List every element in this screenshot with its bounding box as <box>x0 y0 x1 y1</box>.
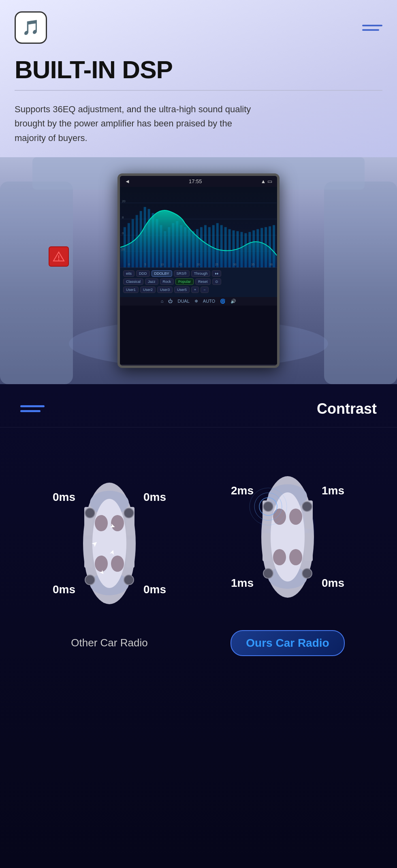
contrast-icon <box>20 405 45 412</box>
eq-btn-diamond[interactable]: ♦♦ <box>212 270 221 277</box>
our-car-timing-bl: 1ms <box>231 577 254 590</box>
svg-text:30: 30 <box>233 263 237 266</box>
top-section: 🎵 BUILT-IN DSP Supports 36EQ adjustment,… <box>0 0 397 384</box>
other-car-view-container: 0ms 0ms 0ms 0ms <box>53 458 166 629</box>
logo-box[interactable]: 🎵 <box>15 11 47 44</box>
hazard-triangle-icon <box>53 251 65 262</box>
eq-btn-plus[interactable]: + <box>191 286 199 293</box>
screen-content: 20 8 0 -20 0 5 10 15 20 25 30 3 <box>120 187 277 364</box>
eq-btn-user2[interactable]: User2 <box>140 286 156 293</box>
nav-volume-icon[interactable]: 🔊 <box>231 299 236 304</box>
our-car-item: 2ms 1ms 1ms 0ms <box>211 452 365 656</box>
eq-row-1: eits DDD DDOLBY SRS® Through ♦♦ <box>123 270 274 277</box>
svg-rect-1 <box>324 182 397 384</box>
nav-home-icon[interactable]: ⌂ <box>161 299 164 304</box>
audio-logo-icon: 🎵 <box>22 19 40 36</box>
page-title-area: BUILT-IN DSP <box>0 52 397 90</box>
svg-text:-20: -20 <box>120 248 125 251</box>
svg-point-96 <box>263 502 273 511</box>
svg-point-97 <box>302 502 312 511</box>
svg-text:20: 20 <box>122 199 126 203</box>
svg-rect-70 <box>126 539 134 568</box>
eq-btn-reset[interactable]: Reset <box>195 278 211 285</box>
nav-snowflake-icon[interactable]: ❄ <box>194 299 198 304</box>
our-car-label-badge[interactable]: Ours Car Radio <box>231 630 344 656</box>
svg-point-78 <box>124 575 134 585</box>
page-title: BUILT-IN DSP <box>15 56 382 83</box>
eq-btn-minus[interactable]: − <box>201 286 208 293</box>
contrast-line-1 <box>20 405 45 407</box>
hazard-button[interactable] <box>49 246 69 267</box>
header: 🎵 <box>0 0 397 52</box>
comparison-area: 0ms 0ms 0ms 0ms <box>0 444 397 664</box>
screen-icons: ▲ ▭ <box>261 178 272 184</box>
eq-btn-circle[interactable]: ⊙ <box>212 278 221 285</box>
other-car-timing-bl: 0ms <box>53 583 75 596</box>
our-car-timing-tl: 2ms <box>231 484 254 497</box>
screen-time: 17:55 <box>189 178 202 184</box>
eq-btn-jazz[interactable]: Jazz <box>145 278 158 285</box>
svg-point-76 <box>124 508 134 518</box>
eq-btn-srs[interactable]: SRS® <box>174 270 190 277</box>
svg-point-77 <box>85 575 95 585</box>
our-car-timing-tr: 1ms <box>322 484 344 497</box>
svg-point-87 <box>271 492 305 582</box>
svg-point-94 <box>273 549 286 565</box>
svg-text:0: 0 <box>128 263 130 266</box>
eq-btn-dolby[interactable]: DDOLBY <box>152 270 172 277</box>
our-car-svg <box>247 460 328 614</box>
contrast-line-2 <box>20 410 41 412</box>
svg-point-98 <box>263 569 273 578</box>
other-car-label: Other Car Radio <box>71 637 147 649</box>
contrast-label: Contrast <box>317 400 377 417</box>
other-car-item: 0ms 0ms 0ms 0ms <box>32 458 186 649</box>
eq-btn-classical[interactable]: Classical <box>123 278 143 285</box>
eq-btn-eits[interactable]: eits <box>123 270 134 277</box>
nav-fan-icon[interactable]: 🌀 <box>220 299 226 304</box>
svg-rect-90 <box>263 533 271 561</box>
screen-bottom-bar: ⌂ ⏻ DUAL ❄ AUTO 🌀 🔊 <box>120 297 277 306</box>
svg-text:5: 5 <box>145 263 146 266</box>
eq-btn-user1[interactable]: User1 <box>123 286 139 293</box>
our-car-view-container: 2ms 1ms 1ms 0ms <box>231 452 344 622</box>
bottom-section: Contrast 0ms 0ms 0ms 0ms <box>0 384 397 868</box>
eq-controls: eits DDD DDOLBY SRS® Through ♦♦ Classica… <box>120 268 277 297</box>
eq-display: 20 8 0 -20 0 5 10 15 20 25 30 3 <box>120 187 277 268</box>
back-arrow: ◄ <box>125 178 130 184</box>
contrast-header: Contrast <box>0 400 397 428</box>
menu-line-1 <box>362 25 382 26</box>
eq-row-2: Classical Jazz Rock Popular Reset ⊙ <box>123 278 274 285</box>
eq-btn-through[interactable]: Through <box>191 270 211 277</box>
screen-top-bar: ◄ 17:55 ▲ ▭ <box>120 176 277 187</box>
svg-point-62 <box>58 259 60 260</box>
eq-btn-popular[interactable]: Popular <box>175 278 194 285</box>
eq-btn-ddd[interactable]: DDD <box>136 270 150 277</box>
svg-text:10: 10 <box>160 263 164 266</box>
nav-power-icon[interactable]: ⏻ <box>168 299 173 304</box>
svg-text:15: 15 <box>179 263 182 266</box>
eq-row-3: User1 User2 User3 User5 + − <box>123 286 274 293</box>
svg-point-92 <box>273 509 286 525</box>
hamburger-menu-icon[interactable] <box>362 25 382 31</box>
our-car-timing-br: 0ms <box>322 577 344 590</box>
svg-text:35: 35 <box>251 263 254 266</box>
svg-text:8: 8 <box>122 215 124 219</box>
nav-auto-label: AUTO <box>203 299 215 304</box>
other-car-timing-tr: 0ms <box>143 491 166 504</box>
nav-dual-label: DUAL <box>177 299 189 304</box>
description-text: Supports 36EQ adjustment, and the ultra-… <box>0 91 275 145</box>
svg-text:25: 25 <box>215 263 218 266</box>
eq-btn-user5[interactable]: User5 <box>174 286 190 293</box>
dsp-screen: ◄ 17:55 ▲ ▭ <box>117 173 280 368</box>
svg-point-71 <box>95 515 108 531</box>
eq-graph: 20 8 0 -20 0 5 10 15 20 25 30 3 <box>120 187 277 267</box>
other-car-svg: ➤ ➤ ➤ ➤ <box>69 466 150 620</box>
dashboard-container: ◄ 17:55 ▲ ▭ <box>0 157 397 384</box>
svg-rect-91 <box>305 533 313 561</box>
svg-point-73 <box>95 556 108 572</box>
eq-btn-rock[interactable]: Rock <box>160 278 174 285</box>
menu-line-2 <box>362 29 379 31</box>
svg-point-93 <box>289 509 302 525</box>
svg-point-75 <box>85 508 95 518</box>
eq-btn-user3[interactable]: User3 <box>157 286 173 293</box>
